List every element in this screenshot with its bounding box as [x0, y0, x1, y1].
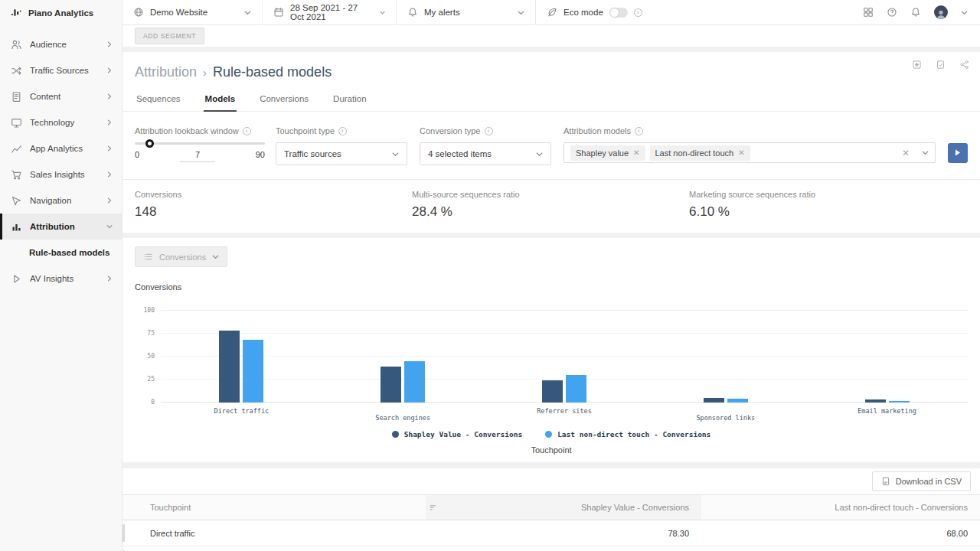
segment-bar: ADD SEGMENT: [122, 25, 980, 47]
chevron-right-icon: [106, 119, 113, 126]
bar[interactable]: [889, 401, 910, 403]
download-csv-button[interactable]: Download in CSV: [872, 471, 971, 491]
bar[interactable]: [727, 399, 748, 403]
bar[interactable]: [404, 361, 425, 403]
monitor-icon: [11, 117, 22, 129]
bar[interactable]: [243, 340, 263, 403]
tab-sequences[interactable]: Sequences: [135, 91, 182, 111]
chevron-down-icon[interactable]: [922, 149, 929, 156]
lookback-slider[interactable]: [135, 142, 265, 145]
bar[interactable]: [865, 399, 886, 403]
bar[interactable]: [566, 375, 586, 403]
apps-grid-icon[interactable]: [863, 7, 874, 18]
column-header-label: Shapley Value - Conversions: [581, 503, 689, 512]
sidebar-item-label: Content: [30, 92, 99, 101]
legend-item[interactable]: Last non-direct touch - Conversions: [545, 430, 710, 439]
brand[interactable]: Piano Analytics: [0, 0, 122, 25]
bar[interactable]: [381, 367, 401, 403]
legend-label: Shapley Value - Conversions: [404, 430, 522, 439]
site-selector[interactable]: Demo Website: [122, 0, 263, 24]
clear-all-icon[interactable]: ✕: [902, 148, 910, 158]
sidebar-item-content[interactable]: Content: [0, 83, 122, 109]
attribution-models-input[interactable]: Shapley value✕ Last non-direct touch✕ ✕: [564, 142, 936, 163]
share-icon[interactable]: [959, 60, 969, 70]
table-row[interactable]: Search engines39.0045.00: [122, 546, 980, 551]
run-button[interactable]: [948, 143, 968, 163]
chevron-right-icon: [106, 276, 113, 282]
sidebar-item-sales-insights[interactable]: Sales Insights: [0, 161, 122, 187]
tab-conversions[interactable]: Conversions: [258, 91, 310, 111]
model-chip-label: Last non-direct touch: [655, 148, 734, 158]
chart-title: Conversions: [135, 282, 968, 292]
tab-duration[interactable]: Duration: [332, 91, 368, 111]
sidebar-item-app-analytics[interactable]: App Analytics: [0, 135, 122, 161]
remove-chip-icon[interactable]: ✕: [633, 148, 639, 157]
notifications-bell-icon[interactable]: [910, 7, 921, 18]
eco-mode-label: Eco mode: [564, 8, 603, 17]
breadcrumb-parent[interactable]: Attribution: [135, 64, 197, 80]
sidebar-item-traffic-sources[interactable]: Traffic Sources: [0, 57, 122, 83]
play-outline-icon: [11, 273, 22, 285]
kpi-conversions: Conversions 148: [135, 190, 412, 220]
sidebar-item-technology[interactable]: Technology: [0, 109, 122, 135]
column-header-last-non-direct[interactable]: Last non-direct touch - Conversions: [701, 503, 980, 512]
chevron-down-icon[interactable]: [961, 9, 968, 16]
legend-label: Last non-direct touch - Conversions: [557, 430, 710, 439]
info-icon: i: [243, 127, 251, 135]
leaf-icon: [547, 7, 557, 18]
cell-value: 78.30: [426, 520, 701, 546]
y-tick-label: 0: [151, 399, 155, 406]
alerts-selector[interactable]: My alerts: [397, 0, 536, 24]
sidebar-item-av-insights[interactable]: AV Insights: [0, 266, 122, 292]
sidebar-subitem-rule-based-models[interactable]: Rule-based models: [0, 240, 122, 266]
x-axis-label: Touchpoint: [135, 445, 968, 455]
slider-max: 90: [256, 150, 265, 159]
sidebar-item-attribution[interactable]: Attribution: [0, 214, 122, 240]
sidebar-item-label: AV Insights: [30, 274, 99, 283]
topbar: Demo Website 28 Sep 2021 - 27 Oct 2021 M…: [122, 0, 980, 25]
model-chip[interactable]: Last non-direct touch✕: [650, 145, 750, 161]
sidebar-item-label: Technology: [30, 118, 99, 127]
category-label: Sponsored links: [696, 414, 755, 422]
sidebar-item-audience[interactable]: Audience: [0, 31, 122, 57]
lookback-filter: Attribution lookback windowi 0 7 90: [135, 126, 265, 162]
cursor-icon: [11, 195, 22, 207]
bar-group: Referrer sites: [484, 311, 645, 403]
user-avatar[interactable]: [934, 5, 948, 19]
slider-handle[interactable]: [145, 139, 154, 148]
eco-mode-control: Eco mode i: [536, 0, 666, 24]
bar[interactable]: [542, 380, 563, 403]
lookback-value-input[interactable]: 7: [180, 150, 215, 162]
touchpoint-type-select[interactable]: Traffic sources: [276, 142, 407, 165]
y-tick-label: 25: [147, 376, 155, 383]
model-chip[interactable]: Shapley value✕: [570, 145, 645, 161]
filter-icon[interactable]: [430, 504, 437, 511]
sidebar-item-navigation[interactable]: Navigation: [0, 187, 122, 214]
category-label: Email marketing: [858, 407, 916, 415]
category-label: Referrer sites: [537, 407, 592, 415]
users-icon: [11, 39, 22, 51]
save-icon[interactable]: [912, 60, 922, 70]
column-header-touchpoint[interactable]: Touchpoint: [122, 503, 426, 512]
add-segment-button[interactable]: ADD SEGMENT: [135, 28, 204, 44]
conversion-type-select[interactable]: 4 selected items: [420, 142, 551, 165]
tab-models[interactable]: Models: [204, 91, 237, 112]
date-range-picker[interactable]: 28 Sep 2021 - 27 Oct 2021: [263, 0, 397, 24]
metric-selector[interactable]: Conversions: [135, 246, 227, 267]
metric-selector-label: Conversions: [159, 253, 206, 262]
table-row[interactable]: Direct traffic78.3068.00: [122, 520, 980, 546]
breadcrumb: Attribution › Rule-based models: [135, 52, 968, 80]
conversion-type-label: Conversion type: [420, 126, 481, 135]
brand-label: Piano Analytics: [28, 8, 93, 18]
help-icon[interactable]: [887, 7, 897, 18]
remove-chip-icon[interactable]: ✕: [738, 148, 744, 157]
legend-item[interactable]: Shapley Value - Conversions: [392, 430, 522, 439]
eco-mode-toggle[interactable]: [609, 8, 628, 18]
info-icon: i: [635, 127, 643, 135]
bar[interactable]: [219, 331, 240, 403]
column-header-shapley[interactable]: Shapley Value - Conversions: [426, 495, 701, 520]
category-label: Direct traffic: [214, 407, 270, 415]
export-icon[interactable]: [936, 60, 946, 70]
chevron-down-icon: [392, 151, 399, 158]
bar[interactable]: [704, 398, 724, 403]
